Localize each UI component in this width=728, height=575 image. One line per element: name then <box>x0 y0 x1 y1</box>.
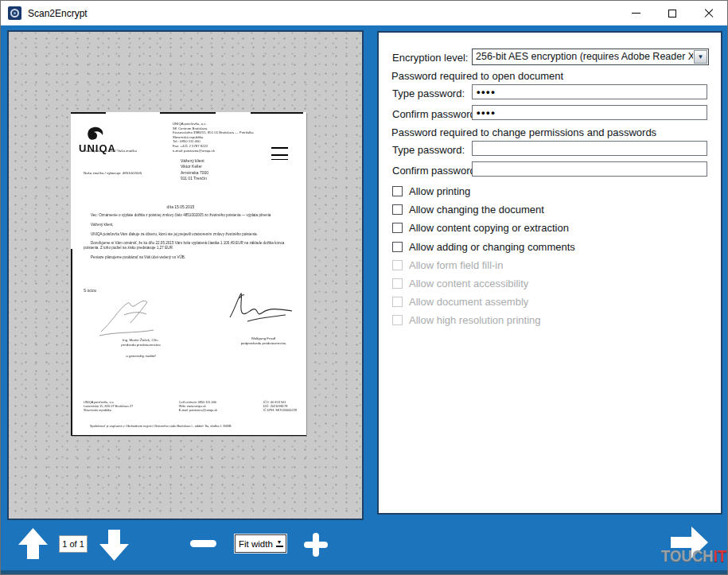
signature-caption-right: Wolfgang Friedlpodpredseda predstavenstv… <box>214 336 313 345</box>
open-type-password-input[interactable]: •••• <box>472 84 707 99</box>
permission-row[interactable]: Allow adding or changing comments <box>392 238 575 256</box>
permission-row: Allow content accessibility <box>392 274 575 293</box>
permission-label: Allow high resolution printing <box>409 314 540 326</box>
perm-type-password-label: Type password: <box>392 144 465 156</box>
dropdown-underline <box>276 546 283 546</box>
doc-paragraph: Peniaze plánujeme poukázať na Váš účet v… <box>84 255 294 260</box>
app-icon <box>8 6 21 20</box>
zoom-mode-dropdown[interactable]: Fit width ▼ <box>235 534 286 553</box>
page-down-button[interactable] <box>99 530 129 564</box>
checkbox-icon <box>392 260 403 270</box>
title-bar: Scan2Encrypt <box>1 1 727 25</box>
signature-caption-extra: a generálny riaditeľ <box>91 354 190 358</box>
page-up-button[interactable] <box>18 528 48 562</box>
document-preview-panel: UNIQA UNIQA poisťovňa, a.s.SK Centrum Br… <box>7 30 364 520</box>
maximize-icon <box>668 10 676 17</box>
scan-artifact <box>160 112 216 114</box>
encryption-settings-panel: Encryption level: 256-bit AES encryption… <box>377 31 722 515</box>
password-dots: •••• <box>477 107 496 119</box>
perm-password-section-label: Password required to change permissions … <box>391 126 656 138</box>
signature-caption-left: Ing. Martin Žáček, CSc.predseda predstav… <box>91 338 190 347</box>
permission-row[interactable]: Allow content copying or extraction <box>392 219 575 237</box>
encryption-level-label: Encryption level: <box>392 52 468 64</box>
chevron-down-icon: ▼ <box>698 54 704 60</box>
doc-line: IČ DPH: SK7020000229 <box>263 408 297 412</box>
signature-right <box>220 290 308 338</box>
touchit-logo: TOUCHIT <box>661 547 726 565</box>
dropdown-button[interactable]: ▼ <box>694 50 707 64</box>
close-button[interactable] <box>691 1 727 25</box>
maximize-button[interactable] <box>654 1 691 25</box>
permission-label: Allow printing <box>409 185 470 197</box>
doc-line: Vážený klient <box>181 158 208 164</box>
permission-label: Allow content accessibility <box>409 278 528 289</box>
open-type-password-label: Type password: <box>392 87 465 99</box>
dropdown-button[interactable]: ▼ <box>273 535 286 552</box>
encryption-level-value: 256-bit AES encryption (requires Adobe R… <box>476 49 693 64</box>
doc-paragraph: UNIQA poisťovňa Vám ďakuje za dôveru, kt… <box>84 232 294 237</box>
page-indicator: 1 of 1 <box>59 535 88 553</box>
zoom-mode-value: Fit width <box>236 539 273 549</box>
permission-row[interactable]: Allow printing <box>392 182 575 200</box>
doc-line: predseda predstavenstva <box>91 343 190 348</box>
checkbox-icon[interactable] <box>392 186 403 196</box>
brand-touch: TOUCH <box>661 547 714 565</box>
permissions-checkbox-list: Allow printing Allow changing the docume… <box>392 182 575 330</box>
minimize-icon <box>632 13 640 14</box>
fold-marks <box>271 147 288 160</box>
perm-confirm-password-label: Confirm password: <box>392 165 478 177</box>
close-icon <box>704 9 714 18</box>
doc-paragraph: Vážený klient, <box>84 223 294 227</box>
doc-footer: UNIQA poisťovňa, a.s.Lazaretská 15, 820 … <box>84 400 297 413</box>
zoom-out-button[interactable] <box>190 540 216 547</box>
zoom-in-button[interactable] <box>304 533 328 557</box>
brand-it: IT <box>714 547 727 565</box>
doc-date: dňa 15.05.2015 <box>71 204 290 209</box>
signature-left <box>98 297 181 341</box>
permission-row: Allow form field fill-in <box>392 256 575 274</box>
checkbox-icon <box>392 315 403 325</box>
checkbox-icon <box>392 297 403 307</box>
footer-col-1: UNIQA poisťovňa, a.s.Lazaretská 15, 820 … <box>84 400 133 413</box>
checkbox-icon <box>392 278 403 289</box>
recipient-block: Vážený klientViktor KellerArménska 70009… <box>181 158 208 182</box>
doc-line: E-mail: poistovna@uniqa.sk <box>179 408 217 412</box>
permission-row: Allow document assembly <box>392 293 575 311</box>
permission-label: Allow changing the document <box>409 204 544 216</box>
checkbox-icon[interactable] <box>392 223 403 233</box>
window-bottom-edge <box>1 570 727 574</box>
doc-line: Arménska 7000 <box>181 170 208 176</box>
scan-artifact <box>71 435 306 437</box>
perm-confirm-password-input[interactable] <box>472 161 707 177</box>
minimize-button[interactable] <box>617 1 654 25</box>
doc-line: Naša značka / vybavuje: 4851002005 <box>84 171 142 175</box>
scanned-document-page: UNIQA UNIQA poisťovňa, a.s.SK Centrum Br… <box>71 112 306 436</box>
permission-label: Allow form field fill-in <box>409 259 503 271</box>
doc-line: Slovenská republika <box>84 408 133 412</box>
footer-col-2: Call centrum: 0850 111 400Web: www.uniqa… <box>179 400 217 413</box>
footer-col-3: IČO: 00 653 501DIČ: 2021096178IČ DPH: SK… <box>263 400 297 413</box>
doc-paragraph: Vec: Oznámenie o výplate dožitia z poist… <box>84 213 294 218</box>
encryption-level-dropdown[interactable]: 256-bit AES encryption (requires Adobe R… <box>472 49 709 65</box>
up-arrow-icon <box>18 528 48 559</box>
doc-line: Viktor Keller <box>181 164 208 169</box>
doc-paragraph: Dovoľujeme si Vám oznámiť, že ku dňu 22.… <box>84 241 294 251</box>
doc-body: Vec: Oznámenie o výplate dožitia z poist… <box>84 213 294 265</box>
permission-label: Allow adding or changing comments <box>409 241 575 253</box>
scan-artifact <box>71 249 72 436</box>
open-confirm-password-label: Confirm password: <box>392 108 478 120</box>
password-dots: •••• <box>477 86 496 99</box>
checkbox-icon[interactable] <box>392 242 403 252</box>
permission-row[interactable]: Allow changing the document <box>392 200 575 219</box>
perm-type-password-input[interactable] <box>472 141 707 156</box>
open-confirm-password-input[interactable]: •••• <box>472 105 707 120</box>
chevron-down-icon: ▼ <box>277 540 282 545</box>
permission-label: Allow document assembly <box>409 296 528 308</box>
checkbox-icon[interactable] <box>392 204 403 215</box>
permission-label: Allow content copying or extraction <box>409 222 569 234</box>
doc-line: Vaša správa zo dňa / Vaša značka <box>84 149 137 153</box>
doc-line: podpredseda predstavenstva <box>214 341 313 346</box>
scan-artifact <box>71 112 106 114</box>
footer-bottom-line: Spoločnosť je zapísaná v Obchodnom regis… <box>90 424 297 428</box>
window-title: Scan2Encrypt <box>28 8 88 19</box>
